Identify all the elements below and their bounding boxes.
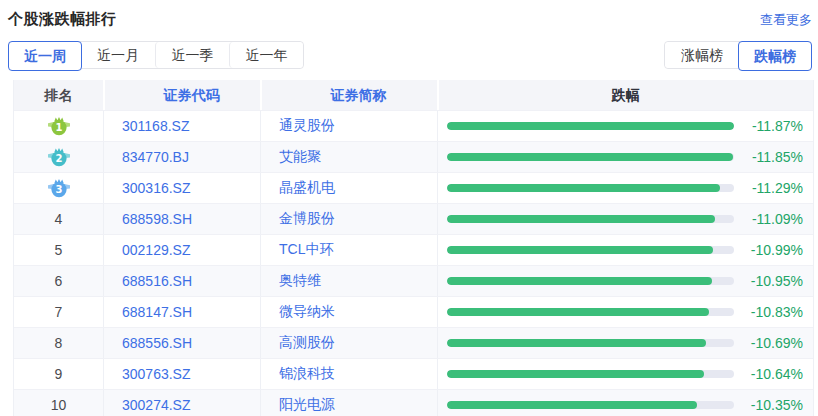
change-bar	[447, 246, 713, 254]
change-cell: -11.85%	[437, 142, 811, 172]
change-bar-track	[447, 370, 734, 378]
stock-name-link[interactable]: 阳光电源	[260, 390, 437, 416]
change-bar	[447, 184, 720, 192]
rank-medal-icon: 3	[47, 178, 71, 198]
stock-name-link[interactable]: 高测股份	[260, 328, 437, 358]
change-value: -11.85%	[734, 149, 803, 165]
svg-text:1: 1	[55, 122, 62, 133]
rank-cell: 10	[14, 390, 103, 416]
change-cell: -10.35%	[437, 390, 811, 416]
table-row: 5002129.SZTCL中环-10.99%	[14, 234, 813, 265]
board-tab-涨幅榜[interactable]: 涨幅榜	[665, 42, 739, 68]
stock-name-link[interactable]: TCL中环	[260, 235, 437, 265]
stock-name-link[interactable]: 艾能聚	[260, 142, 437, 172]
rank-cell: 3	[14, 173, 103, 203]
change-value: -10.99%	[734, 242, 803, 258]
change-bar-track	[447, 153, 734, 161]
change-value: -11.29%	[734, 180, 803, 196]
controls-row: 近一周近一月近一季近一年 涨幅榜跌幅榜	[8, 41, 812, 69]
change-value: -10.64%	[734, 366, 803, 382]
stock-name-link[interactable]: 微导纳米	[260, 297, 437, 327]
period-tab-近一月[interactable]: 近一月	[81, 42, 155, 68]
change-bar	[447, 401, 697, 409]
stock-name-link[interactable]: 通灵股份	[260, 111, 437, 141]
change-value: -11.09%	[734, 211, 803, 227]
rank-cell: 4	[14, 204, 103, 234]
change-bar	[447, 277, 712, 285]
stock-code-link[interactable]: 002129.SZ	[103, 235, 260, 265]
table-row: 8688556.SH高测股份-10.69%	[14, 327, 813, 358]
svg-text:3: 3	[55, 184, 62, 195]
board-tab-跌幅榜[interactable]: 跌幅榜	[738, 41, 812, 71]
stock-code-link[interactable]: 300316.SZ	[103, 173, 260, 203]
rank-cell: 1	[14, 111, 103, 141]
rank-cell: 8	[14, 328, 103, 358]
page-title: 个股涨跌幅排行	[8, 10, 117, 29]
ranking-table: 排名证券代码证券简称跌幅 1301168.SZ通灵股份-11.87%283477…	[13, 80, 814, 416]
change-bar	[447, 308, 709, 316]
table-row: 10300274.SZ阳光电源-10.35%	[14, 389, 813, 416]
table-row: 6688516.SH奥特维-10.95%	[14, 265, 813, 296]
rank-cell: 9	[14, 359, 103, 389]
change-cell: -10.99%	[437, 235, 811, 265]
stock-name-link[interactable]: 金博股份	[260, 204, 437, 234]
change-bar-track	[447, 401, 734, 409]
stock-name-link[interactable]: 奥特维	[260, 266, 437, 296]
change-bar-track	[447, 215, 734, 223]
column-header-4: 跌幅	[437, 80, 811, 110]
table-row: 1301168.SZ通灵股份-11.87%	[14, 110, 813, 141]
period-tab-近一周[interactable]: 近一周	[8, 41, 82, 71]
table-row: 4688598.SH金博股份-11.09%	[14, 203, 813, 234]
change-bar-track	[447, 122, 734, 130]
table-row: 9300763.SZ锦浪科技-10.64%	[14, 358, 813, 389]
stock-ranking-panel: 个股涨跌幅排行 查看更多 近一周近一月近一季近一年 涨幅榜跌幅榜 排名证券代码证…	[0, 0, 818, 416]
table-header: 排名证券代码证券简称跌幅	[14, 80, 813, 110]
table-row: 2834770.BJ艾能聚-11.85%	[14, 141, 813, 172]
change-bar	[447, 370, 704, 378]
column-header-1: 排名	[14, 80, 103, 110]
table-body: 1301168.SZ通灵股份-11.87%2834770.BJ艾能聚-11.85…	[14, 110, 813, 416]
panel-header: 个股涨跌幅排行 查看更多	[8, 8, 812, 29]
change-value: -10.35%	[734, 397, 803, 413]
rank-cell: 6	[14, 266, 103, 296]
change-cell: -11.87%	[437, 111, 811, 141]
change-cell: -11.29%	[437, 173, 811, 203]
view-more-link[interactable]: 查看更多	[760, 11, 812, 29]
stock-name-link[interactable]: 锦浪科技	[260, 359, 437, 389]
change-value: -11.87%	[734, 118, 803, 134]
stock-code-link[interactable]: 688598.SH	[103, 204, 260, 234]
change-bar-track	[447, 277, 734, 285]
change-cell: -11.09%	[437, 204, 811, 234]
table-row: 7688147.SH微导纳米-10.83%	[14, 296, 813, 327]
change-cell: -10.64%	[437, 359, 811, 389]
stock-code-link[interactable]: 688556.SH	[103, 328, 260, 358]
stock-code-link[interactable]: 834770.BJ	[103, 142, 260, 172]
change-bar	[447, 339, 706, 347]
change-value: -10.95%	[734, 273, 803, 289]
change-bar-track	[447, 339, 734, 347]
change-bar	[447, 153, 733, 161]
table-row: 3300316.SZ晶盛机电-11.29%	[14, 172, 813, 203]
rank-cell: 7	[14, 297, 103, 327]
stock-name-link[interactable]: 晶盛机电	[260, 173, 437, 203]
rank-cell: 2	[14, 142, 103, 172]
change-value: -10.69%	[734, 335, 803, 351]
stock-code-link[interactable]: 688147.SH	[103, 297, 260, 327]
rank-medal-icon: 1	[47, 116, 71, 136]
change-cell: -10.69%	[437, 328, 811, 358]
board-toggle: 涨幅榜跌幅榜	[664, 41, 812, 69]
stock-code-link[interactable]: 301168.SZ	[103, 111, 260, 141]
period-tab-近一季[interactable]: 近一季	[155, 42, 229, 68]
change-bar	[447, 122, 734, 130]
column-header-3: 证券简称	[260, 80, 437, 110]
change-bar-track	[447, 246, 734, 254]
change-bar-track	[447, 184, 734, 192]
stock-code-link[interactable]: 300274.SZ	[103, 390, 260, 416]
period-tab-近一年[interactable]: 近一年	[229, 42, 303, 68]
period-tabs: 近一周近一月近一季近一年	[8, 41, 304, 69]
rank-medal-icon: 2	[47, 147, 71, 167]
stock-code-link[interactable]: 300763.SZ	[103, 359, 260, 389]
change-bar	[447, 215, 715, 223]
stock-code-link[interactable]: 688516.SH	[103, 266, 260, 296]
change-bar-track	[447, 308, 734, 316]
